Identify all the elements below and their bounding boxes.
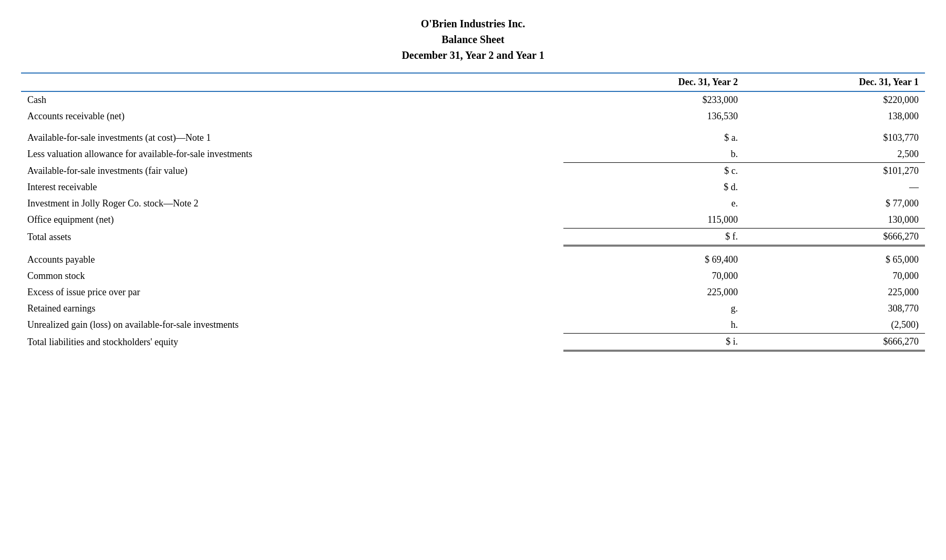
label-unrealized-gain: Unrealized gain (loss) on available-for-… [21,317,563,334]
label-office-equipment: Office equipment (net) [21,212,563,229]
label-accounts-payable: Accounts payable [21,252,563,268]
label-available-for-sale-fair: Available-for-sale investments (fair val… [21,163,563,180]
label-common-stock: Common stock [21,268,563,284]
table-row: Cash$233,000$220,000 [21,91,925,108]
year1-less-valuation: 2,500 [744,146,925,163]
spacer-row [21,125,925,130]
year1-total-liabilities: $666,270 [744,334,925,351]
year2-common-stock: 70,000 [563,268,744,284]
year1-total-assets: $666,270 [744,229,925,246]
col-header-year1: Dec. 31, Year 1 [744,73,925,91]
year2-cash: $233,000 [563,91,744,108]
table-row: Less valuation allowance for available-f… [21,146,925,163]
spacer-row [21,246,925,252]
label-retained-earnings: Retained earnings [21,300,563,317]
report-title: Balance Sheet [21,32,925,47]
report-date: December 31, Year 2 and Year 1 [21,47,925,63]
year1-excess-issue-price: 225,000 [744,284,925,300]
label-less-valuation: Less valuation allowance for available-f… [21,146,563,163]
table-row: Accounts receivable (net)136,530138,000 [21,108,925,125]
label-total-assets: Total assets [21,229,563,246]
year2-total-assets: $ f. [563,229,744,246]
year2-unrealized-gain: h. [563,317,744,334]
balance-sheet-container: O'Brien Industries Inc. Balance Sheet De… [21,16,925,351]
year2-accounts-payable: $ 69,400 [563,252,744,268]
label-excess-issue-price: Excess of issue price over par [21,284,563,300]
year1-cash: $220,000 [744,91,925,108]
year1-accounts-receivable: 138,000 [744,108,925,125]
year2-interest-receivable: $ d. [563,179,744,195]
table-row: Excess of issue price over par225,000225… [21,284,925,300]
table-row: Total assets$ f.$666,270 [21,229,925,246]
label-cash: Cash [21,91,563,108]
table-row: Available-for-sale investments (at cost)… [21,130,925,146]
col-header-label [21,73,563,91]
year1-accounts-payable: $ 65,000 [744,252,925,268]
header: O'Brien Industries Inc. Balance Sheet De… [21,16,925,63]
label-total-liabilities: Total liabilities and stockholders' equi… [21,334,563,351]
year1-unrealized-gain: (2,500) [744,317,925,334]
table-row: Total liabilities and stockholders' equi… [21,334,925,351]
table-row: Common stock70,00070,000 [21,268,925,284]
year2-office-equipment: 115,000 [563,212,744,229]
year2-investment-jolly: e. [563,195,744,212]
year1-available-for-sale-cost: $103,770 [744,130,925,146]
label-interest-receivable: Interest receivable [21,179,563,195]
table-row: Retained earnings g.308,770 [21,300,925,317]
year1-interest-receivable: — [744,179,925,195]
balance-sheet-table: Dec. 31, Year 2 Dec. 31, Year 1 Cash$233… [21,72,925,351]
col-header-year2: Dec. 31, Year 2 [563,73,744,91]
table-row: Investment in Jolly Roger Co. stock—Note… [21,195,925,212]
year2-accounts-receivable: 136,530 [563,108,744,125]
table-row: Unrealized gain (loss) on available-for-… [21,317,925,334]
year1-office-equipment: 130,000 [744,212,925,229]
year2-excess-issue-price: 225,000 [563,284,744,300]
year1-retained-earnings: 308,770 [744,300,925,317]
company-name: O'Brien Industries Inc. [21,16,925,32]
year1-available-for-sale-fair: $101,270 [744,163,925,180]
year2-total-liabilities: $ i. [563,334,744,351]
table-row: Available-for-sale investments (fair val… [21,163,925,180]
year2-retained-earnings: g. [563,300,744,317]
table-row: Office equipment (net)115,000130,000 [21,212,925,229]
year2-available-for-sale-fair: $ c. [563,163,744,180]
label-available-for-sale-cost: Available-for-sale investments (at cost)… [21,130,563,146]
year1-common-stock: 70,000 [744,268,925,284]
table-row: Accounts payable$ 69,400$ 65,000 [21,252,925,268]
year2-available-for-sale-cost: $ a. [563,130,744,146]
table-row: Interest receivable$ d.— [21,179,925,195]
label-accounts-receivable: Accounts receivable (net) [21,108,563,125]
year2-less-valuation: b. [563,146,744,163]
label-investment-jolly: Investment in Jolly Roger Co. stock—Note… [21,195,563,212]
year1-investment-jolly: $ 77,000 [744,195,925,212]
